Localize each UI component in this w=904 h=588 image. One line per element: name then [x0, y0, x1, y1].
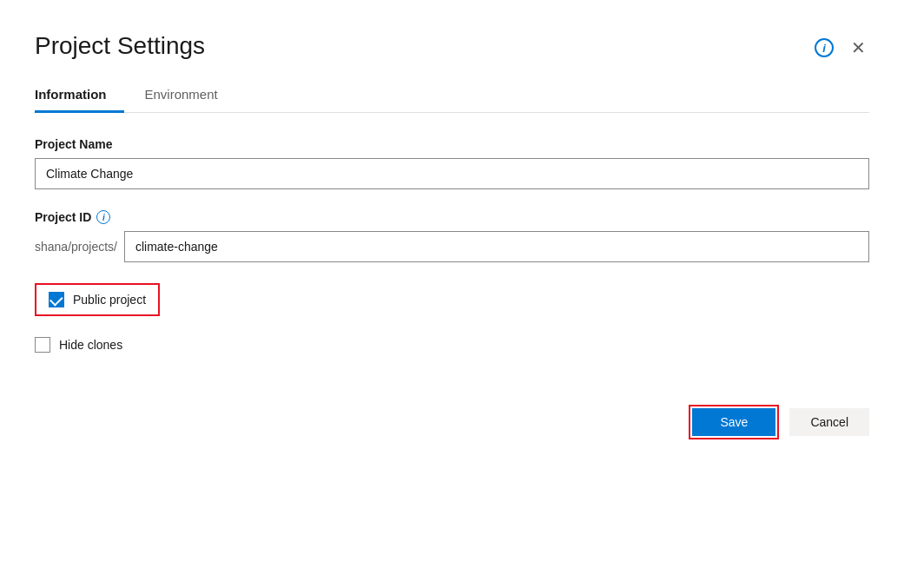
- dialog-title: Project Settings: [35, 31, 205, 61]
- project-id-input[interactable]: [124, 231, 869, 262]
- public-project-section: Public project: [35, 283, 869, 316]
- public-project-checkbox[interactable]: [49, 292, 64, 307]
- project-settings-dialog: Project Settings i ✕ Information Environ…: [0, 0, 904, 588]
- info-icon: i: [815, 38, 834, 57]
- project-id-prefix: shana/projects/: [35, 240, 117, 254]
- tab-information[interactable]: Information: [35, 78, 124, 113]
- project-name-label: Project Name: [35, 137, 869, 151]
- public-project-label: Public project: [73, 293, 146, 307]
- dialog-footer: Save Cancel: [35, 405, 869, 439]
- project-id-row: shana/projects/: [35, 231, 869, 262]
- project-id-label: Project ID i: [35, 210, 869, 224]
- close-button[interactable]: ✕: [848, 36, 869, 60]
- header-icons: i ✕: [811, 35, 869, 61]
- hide-clones-label: Hide clones: [59, 338, 122, 352]
- hide-clones-checkbox-wrapper[interactable]: Hide clones: [35, 337, 869, 353]
- close-icon: ✕: [851, 39, 866, 56]
- dialog-header: Project Settings i ✕: [35, 31, 869, 61]
- save-button-wrapper: Save: [689, 405, 779, 439]
- cancel-button[interactable]: Cancel: [789, 408, 869, 436]
- project-id-info-icon[interactable]: i: [96, 210, 110, 224]
- save-button[interactable]: Save: [692, 408, 775, 436]
- tab-environment[interactable]: Environment: [145, 78, 235, 113]
- project-name-section: Project Name: [35, 137, 869, 189]
- tabs-container: Information Environment: [35, 78, 869, 113]
- public-project-checkbox-wrapper[interactable]: Public project: [35, 283, 160, 316]
- hide-clones-checkbox[interactable]: [35, 337, 50, 353]
- project-name-input[interactable]: [35, 158, 869, 189]
- info-button[interactable]: i: [811, 35, 837, 61]
- hide-clones-section: Hide clones: [35, 337, 869, 353]
- project-id-section: Project ID i shana/projects/: [35, 210, 869, 262]
